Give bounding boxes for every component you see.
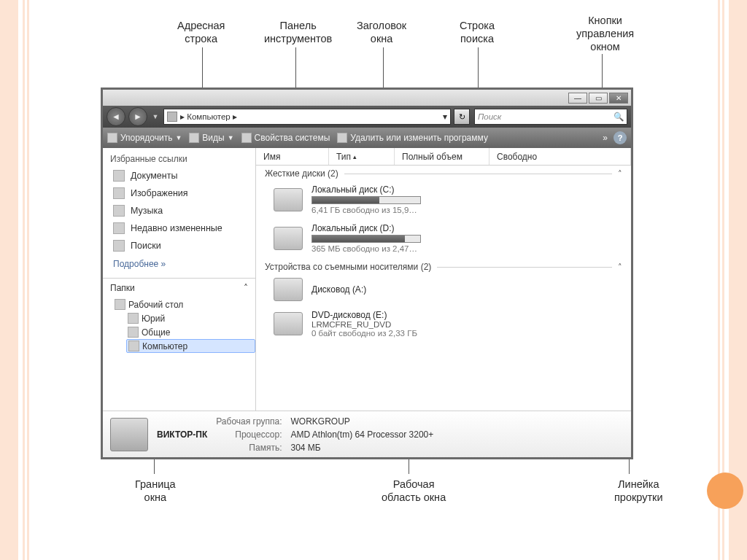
callout-workarea: Рабочая область окна <box>382 478 446 504</box>
searches-icon <box>113 240 125 252</box>
drive-c-usage-bar <box>311 196 421 204</box>
address-bar[interactable]: ▸ Компьютер ▸ ▾ <box>163 109 451 125</box>
uninstall-button[interactable]: Удалить или изменить программу <box>337 133 488 143</box>
drive-e-free: 0 байт свободно из 2,33 ГБ <box>311 329 417 338</box>
views-icon <box>189 133 199 143</box>
callout-controls: Кнопки управления окном <box>576 14 634 53</box>
memory-value: 304 МБ <box>290 441 433 454</box>
close-button[interactable]: ✕ <box>609 93 628 104</box>
col-total[interactable]: Полный объем <box>395 148 489 165</box>
chevron-up-icon: ˄ <box>244 283 248 293</box>
command-toolbar: Упорядочить▼ Виды▼ Свойства системы Удал… <box>103 128 631 148</box>
organize-icon <box>107 133 117 143</box>
callout-toolbar: Панель инструментов <box>264 19 332 45</box>
col-name[interactable]: Имя <box>256 148 329 165</box>
sidebar-item-pictures[interactable]: Изображения <box>103 184 255 202</box>
organize-menu[interactable]: Упорядочить▼ <box>107 133 182 143</box>
sidebar-item-recent[interactable]: Недавно измененные <box>103 219 255 237</box>
drive-c-free: 6,41 ГБ свободно из 15,9… <box>311 206 421 214</box>
drive-d-usage-bar <box>311 235 421 243</box>
tree-desktop[interactable]: Рабочий стол <box>115 298 255 311</box>
callout-title: Заголовок окна <box>357 19 406 45</box>
computer-name: ВИКТОР-ПК <box>157 429 207 440</box>
drive-d-name: Локальный диск (D:) <box>311 223 421 233</box>
hdd-icon <box>274 227 303 250</box>
section-removable[interactable]: Устройства со съемными носителями (2)˄ <box>256 259 631 275</box>
chevron-up-icon: ˄ <box>618 262 622 272</box>
navigation-pane: Избранные ссылки Документы Изображения М… <box>103 148 256 411</box>
callout-scrollbar: Линейка прокрутки <box>614 478 663 504</box>
titlebar[interactable]: — ▭ ✕ <box>103 90 631 106</box>
tree-public[interactable]: Общие <box>115 325 255 339</box>
forward-button[interactable]: ► <box>128 107 147 126</box>
maximize-button[interactable]: ▭ <box>589 93 608 104</box>
desktop-icon <box>115 299 125 310</box>
documents-icon <box>113 170 125 182</box>
public-icon <box>128 327 139 338</box>
workgroup-value: WORKGROUP <box>290 415 433 428</box>
sidebar-item-music[interactable]: Музыка <box>103 202 255 219</box>
drive-e[interactable]: DVD-дисковод (E:) LRMCFRE_RU_DVD 0 байт … <box>256 307 631 339</box>
col-free[interactable]: Свободно <box>489 148 631 165</box>
folder-tree: Рабочий стол Юрий Общие Компьютер <box>103 296 255 353</box>
system-properties-button[interactable]: Свойства системы <box>241 133 330 143</box>
callout-search: Строка поиска <box>460 19 495 45</box>
recent-icon <box>113 222 125 234</box>
sysprops-icon <box>241 133 252 143</box>
explorer-window: — ▭ ✕ ◄ ► ▼ ▸ Компьютер ▸ ▾ ↻ Поиск 🔍 Уп… <box>101 88 633 459</box>
toolbar-overflow[interactable]: » <box>603 133 608 143</box>
drive-e-label: LRMCFRE_RU_DVD <box>311 320 417 329</box>
callout-address: Адресная строка <box>177 19 225 45</box>
sidebar-item-documents[interactable]: Документы <box>103 167 255 184</box>
address-dropdown-icon[interactable]: ▾ <box>443 112 447 122</box>
refresh-button[interactable]: ↻ <box>454 109 470 125</box>
uninstall-icon <box>337 133 347 143</box>
details-pane: ВИКТОР-ПК Рабочая группа: Процессор: Пам… <box>103 411 631 457</box>
search-placeholder: Поиск <box>478 112 501 121</box>
drive-c[interactable]: Локальный диск (C:) 6,41 ГБ свободно из … <box>256 182 631 220</box>
computer-large-icon <box>110 418 148 451</box>
search-icon: 🔍 <box>614 112 624 122</box>
views-menu[interactable]: Виды▼ <box>189 133 233 143</box>
drive-a[interactable]: Дисковод (A:) <box>256 275 631 307</box>
floppy-icon <box>274 278 303 301</box>
content-pane: Имя Тип▴ Полный объем Свободно Жесткие д… <box>256 148 631 411</box>
chevron-up-icon: ˄ <box>618 169 622 179</box>
tree-user[interactable]: Юрий <box>115 311 255 325</box>
back-button[interactable]: ◄ <box>107 107 125 126</box>
column-headers: Имя Тип▴ Полный объем Свободно <box>256 148 631 166</box>
drive-c-name: Локальный диск (C:) <box>311 184 421 195</box>
help-icon[interactable]: ? <box>614 131 627 144</box>
cpu-value: AMD Athlon(tm) 64 Processor 3200+ <box>290 428 433 441</box>
search-input[interactable]: Поиск 🔍 <box>474 109 627 125</box>
nav-row: ◄ ► ▼ ▸ Компьютер ▸ ▾ ↻ Поиск 🔍 <box>103 106 631 128</box>
pictures-icon <box>113 187 125 199</box>
folders-header[interactable]: Папки˄ <box>103 280 255 296</box>
address-path: ▸ Компьютер ▸ <box>180 112 237 122</box>
computer-icon <box>167 112 177 122</box>
drive-d[interactable]: Локальный диск (D:) 365 МБ свободно из 2… <box>256 220 631 259</box>
col-type[interactable]: Тип▴ <box>329 148 395 165</box>
dvd-icon <box>274 312 303 335</box>
music-icon <box>113 205 125 217</box>
history-dropdown[interactable]: ▼ <box>150 113 160 120</box>
drive-e-name: DVD-дисковод (E:) <box>311 310 417 320</box>
callout-border: Граница окна <box>135 478 176 504</box>
hdd-icon <box>274 188 303 211</box>
sidebar-more-link[interactable]: Подробнее » <box>103 254 255 276</box>
favorites-header: Избранные ссылки <box>103 148 255 167</box>
user-icon <box>128 313 139 324</box>
sidebar-item-searches[interactable]: Поиски <box>103 237 255 254</box>
drive-d-free: 365 МБ свободно из 2,47… <box>311 244 421 253</box>
tree-computer[interactable]: Компьютер <box>126 339 255 353</box>
computer-tree-icon <box>128 341 139 351</box>
drive-a-name: Дисковод (A:) <box>311 284 366 295</box>
section-hdd[interactable]: Жесткие диски (2)˄ <box>256 166 631 182</box>
minimize-button[interactable]: — <box>568 93 587 104</box>
